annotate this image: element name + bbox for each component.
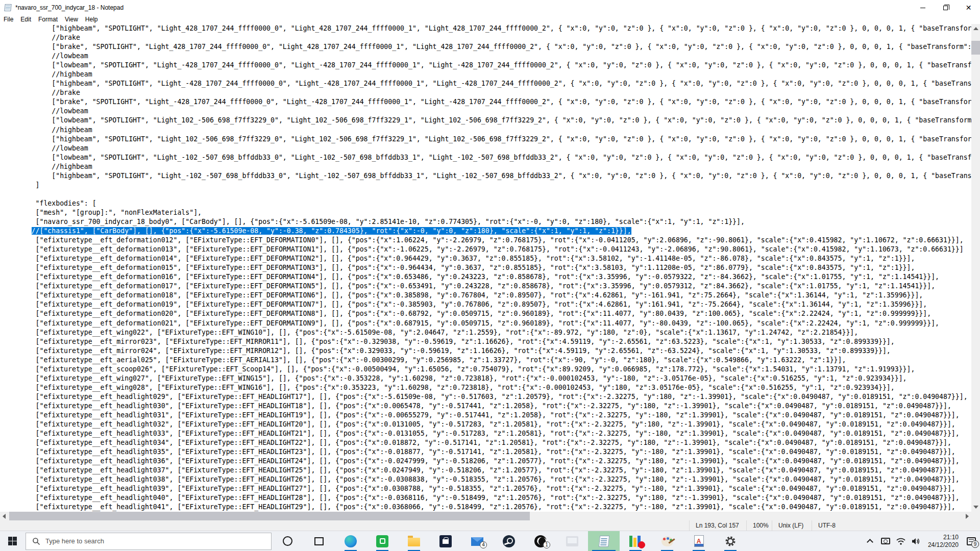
windows-logo-icon — [8, 537, 17, 545]
text-editor[interactable]: ["highbeam", "SPOTLIGHT", "Light_428_170… — [0, 24, 971, 512]
code-line: ["lowbeam", "SPOTLIGHT", "Light_102_-506… — [3, 116, 971, 125]
code-line: //highbeam — [3, 126, 971, 135]
faded-app-button[interactable] — [556, 531, 588, 551]
code-line: ["efixturetype__eft_deformation016", ["E… — [3, 272, 971, 282]
code-line: ["efixturetype__eft_headlight035", ["EFi… — [3, 447, 971, 457]
meet-now-button[interactable] — [878, 531, 893, 551]
code-line: ["efixturetype__eft_deformation013", ["E… — [3, 245, 971, 254]
settings-button[interactable] — [715, 531, 746, 551]
notepad-taskbar-button[interactable] — [588, 531, 620, 551]
code-line: ["efixturetype__eft_wing022", ["EFixture… — [3, 328, 971, 337]
code-line: ["highbeam", "SPOTLIGHT", "Light_-428_17… — [3, 79, 971, 88]
selected-text: //["chassis1", ["CarBody"], [], {"pos":{… — [32, 227, 631, 235]
edge-button[interactable] — [335, 531, 366, 551]
scroll-up-arrow-icon[interactable] — [973, 27, 978, 30]
file-explorer-button[interactable] — [398, 531, 430, 551]
notepad-app-icon — [4, 4, 12, 12]
task-view-button[interactable] — [303, 531, 335, 551]
network-button[interactable] — [893, 531, 909, 551]
scroll-left-arrow-icon[interactable] — [3, 514, 6, 519]
menu-bar: File Edit Format View Help — [0, 15, 980, 24]
paint-button[interactable] — [651, 531, 683, 551]
vertical-scroll-thumb[interactable] — [971, 41, 980, 55]
code-line: //highbeam — [3, 162, 971, 171]
code-line: ["brake", "SPOTLIGHT", "Light_428_1707_2… — [3, 42, 971, 52]
clock[interactable]: 21:10 24/12/2020 — [924, 534, 963, 549]
code-line: ["efixturetype__eft_headlight041", ["EFi… — [3, 503, 971, 512]
search-placeholder: Type here to search — [45, 537, 104, 545]
store-button[interactable] — [430, 531, 461, 551]
cortana-icon — [283, 536, 292, 546]
library-alert-badge — [638, 541, 645, 548]
code-line: ["mesh", "[group]:", "nonFlexMaterials"]… — [3, 208, 971, 217]
code-line: ["efixturetype__eft_deformation020", ["E… — [3, 309, 971, 318]
text-document-icon: A — [694, 535, 704, 547]
steam-button[interactable] — [493, 531, 525, 551]
code-line: ["efixturetype__eft_aerial025", ["EFixtu… — [3, 356, 971, 365]
steam-icon — [503, 535, 515, 547]
code-line: ["efixturetype__eft_headlight039", ["EFi… — [3, 484, 971, 493]
menu-help[interactable]: Help — [82, 15, 102, 24]
close-button[interactable]: ✕ — [957, 0, 980, 15]
notification-center-button[interactable]: 9 — [963, 531, 980, 551]
faded-monitor-icon — [566, 536, 578, 546]
edge-browser-icon — [345, 535, 357, 547]
code-line: ["efixturetype__eft_deformation012", ["E… — [3, 236, 971, 245]
code-line: //highbeam — [3, 70, 971, 79]
code-line: ["efixturetype__eft_headlight033", ["EFi… — [3, 429, 971, 438]
chevron-up-icon — [867, 539, 874, 545]
taskbar: Type here to search 4 1 A — [0, 531, 980, 551]
status-bar: Ln 193, Col 157 100% Unix (LF) UTF-8 — [0, 520, 980, 531]
zoom-level: 100% — [746, 520, 772, 531]
clock-time: 21:10 — [943, 534, 959, 541]
menu-view[interactable]: View — [61, 15, 82, 24]
file-explorer-icon — [408, 538, 420, 546]
code-line: ["efixturetype__eft_mirror023", ["EFixtu… — [3, 337, 971, 346]
horizontal-scroll-thumb[interactable] — [9, 512, 530, 520]
cortana-button[interactable] — [272, 531, 303, 551]
scroll-right-arrow-icon[interactable] — [966, 514, 969, 519]
encoding: UTF-8 — [812, 520, 980, 531]
restore-button[interactable] — [934, 0, 957, 15]
code-line: //lowbeam — [3, 144, 971, 153]
code-line: ["efixturetype__eft_scoop026", ["EFixtur… — [3, 365, 971, 374]
line-ending-type: Unix (LF) — [772, 520, 812, 531]
menu-format[interactable]: Format — [35, 15, 61, 24]
wifi-icon — [896, 537, 906, 545]
horizontal-scrollbar[interactable] — [0, 512, 971, 520]
code-line: ["highbeam", "SPOTLIGHT", "Light_102_-50… — [3, 135, 971, 144]
library-app-button[interactable] — [620, 531, 651, 551]
code-line: ["efixturetype__eft_mirror024", ["EFixtu… — [3, 346, 971, 356]
xbox-badge: 1 — [543, 541, 550, 548]
green-app-button[interactable] — [366, 531, 398, 551]
menu-edit[interactable]: Edit — [17, 15, 35, 24]
menu-file[interactable]: File — [0, 15, 17, 24]
code-line: ["efixturetype__eft_deformation017", ["E… — [3, 282, 971, 291]
vertical-scrollbar[interactable] — [971, 24, 980, 512]
system-tray: 21:10 24/12/2020 9 — [863, 531, 980, 551]
xbox-button[interactable]: 1 — [525, 531, 556, 551]
minimize-button[interactable] — [911, 0, 934, 15]
code-line: ["efixturetype__eft_deformation015", ["E… — [3, 263, 971, 272]
speaker-icon — [911, 537, 921, 545]
start-button[interactable] — [0, 531, 24, 551]
code-line: ["efixturetype__eft_headlight030", ["EFi… — [3, 402, 971, 411]
code-line: ["efixturetype__eft_deformation021", ["E… — [3, 319, 971, 328]
text-doc-app-button[interactable]: A — [683, 531, 715, 551]
search-input[interactable]: Type here to search — [26, 533, 272, 550]
code-line: //brake — [3, 33, 971, 42]
code-line: ["efixturetype__eft_headlight029", ["EFi… — [3, 392, 971, 402]
mail-button[interactable]: 4 — [461, 531, 493, 551]
settings-gear-icon — [724, 535, 737, 547]
volume-button[interactable] — [909, 531, 924, 551]
tray-expand-button[interactable] — [863, 531, 878, 551]
notification-badge: 9 — [971, 540, 979, 548]
code-line: //lowbeam — [3, 52, 971, 61]
scroll-down-arrow-icon[interactable] — [973, 506, 978, 509]
code-line: ["brake", "SPOTLIGHT", "Light_-428_1707_… — [3, 97, 971, 107]
code-line: ] — [3, 181, 971, 190]
code-line: ["lowbeam", "SPOTLIGHT", "Light_-428_170… — [3, 61, 971, 70]
mail-badge: 4 — [480, 541, 487, 548]
code-line: ["efixturetype__eft_deformation014", ["E… — [3, 254, 971, 263]
microsoft-store-icon — [439, 535, 452, 547]
